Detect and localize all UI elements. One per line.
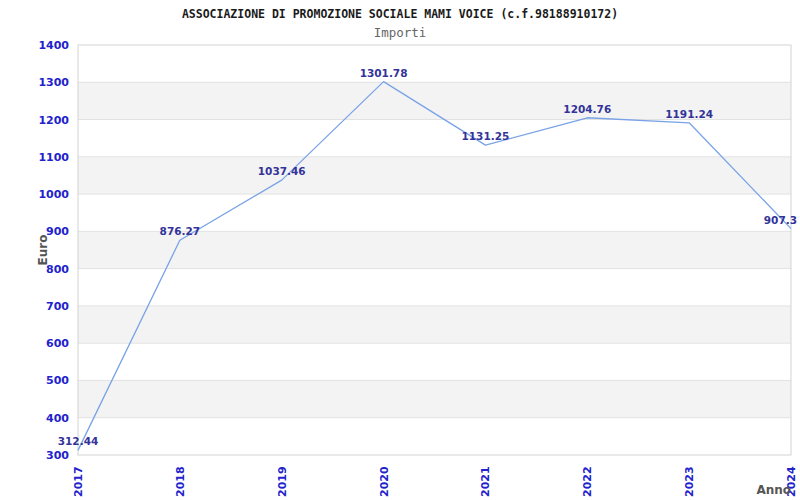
- grid-band: [78, 157, 791, 194]
- y-axis-title: Euro: [36, 235, 50, 266]
- data-point-label: 1037.46: [258, 165, 306, 177]
- data-point-label: 876.27: [160, 225, 201, 237]
- y-tick-label: 1200: [38, 114, 69, 127]
- x-tick-label: 2020: [378, 466, 391, 497]
- x-tick-label: 2021: [479, 466, 492, 497]
- y-tick-label: 1000: [38, 188, 69, 201]
- grid-band: [78, 306, 791, 343]
- y-tick-label: 400: [46, 412, 69, 425]
- x-tick-label: 2023: [683, 466, 696, 497]
- data-point-label: 1204.76: [563, 103, 611, 115]
- y-tick-label: 500: [46, 374, 69, 387]
- data-point-label: 312.44: [58, 435, 99, 447]
- data-point-label: 1131.25: [462, 130, 510, 142]
- line-chart: 3004005006007008009001000110012001300140…: [0, 0, 800, 500]
- y-tick-label: 600: [46, 337, 69, 350]
- y-tick-label: 1100: [38, 151, 69, 164]
- y-tick-label: 700: [46, 300, 69, 313]
- x-tick-label: 2022: [581, 466, 594, 497]
- grid-band: [78, 380, 791, 417]
- x-tick-label: 2019: [276, 466, 289, 497]
- x-tick-label: 2017: [72, 466, 85, 497]
- x-axis-title: Anno: [756, 483, 791, 497]
- chart-page: ASSOCIAZIONE DI PROMOZIONE SOCIALE MAMI …: [0, 0, 800, 500]
- data-point-label: 907.3: [764, 214, 797, 226]
- y-tick-label: 300: [46, 449, 69, 462]
- data-point-label: 1301.78: [360, 67, 408, 79]
- data-point-label: 1191.24: [665, 108, 713, 120]
- y-tick-label: 1400: [38, 39, 69, 52]
- x-tick-label: 2018: [174, 466, 187, 497]
- y-tick-label: 1300: [38, 76, 69, 89]
